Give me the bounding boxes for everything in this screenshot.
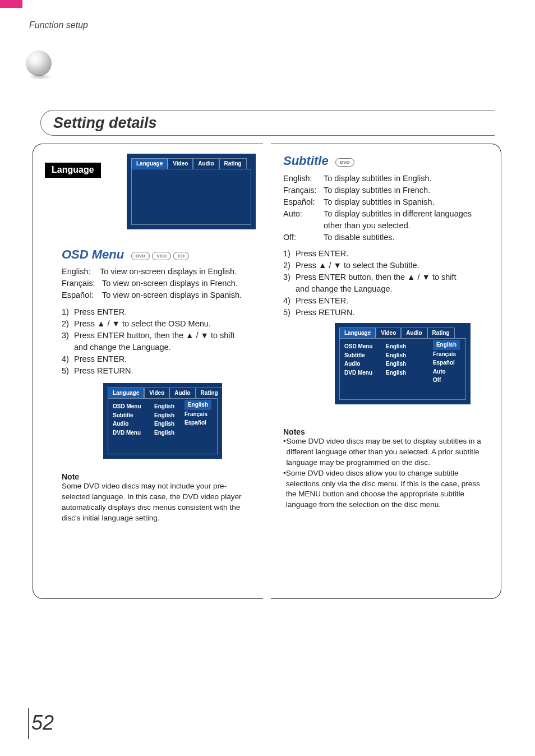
osd-row-label: Audio — [344, 359, 379, 368]
osd-tab: Rating — [427, 328, 455, 338]
osd-screenshot-left: Language Video Audio Rating OSD MenuEngl… — [103, 383, 222, 459]
right-column: Subtitle DVD English:To display subtitle… — [271, 144, 501, 599]
step-number: 3) — [62, 330, 74, 342]
desc-key: Español: — [62, 289, 102, 301]
desc-key: Français: — [62, 278, 102, 289]
desc-key: Français: — [283, 185, 324, 196]
osd-menu-heading: OSD Menu — [62, 247, 124, 262]
osd-row-value: English — [386, 368, 415, 377]
subtitle-heading: Subtitle — [283, 154, 329, 168]
desc-value: To display subtitles in French. — [324, 185, 430, 196]
desc-key — [283, 220, 324, 232]
step-number: 4) — [62, 353, 74, 365]
note-text: Some DVD video discs may be set to displ… — [286, 436, 492, 468]
desc-key: English: — [62, 266, 100, 278]
step-number: 5) — [283, 307, 296, 319]
osd-tab: Video — [376, 328, 401, 338]
desc-key: Off: — [283, 232, 324, 243]
subtitle-steps: 1)Press ENTER. 2)Press ▲ / ▼ to select t… — [283, 248, 485, 319]
note-heading: Notes — [283, 427, 492, 436]
osd-row-value: English — [154, 420, 183, 428]
step-text: Press ENTER. — [74, 306, 127, 318]
desc-value: To view on-screen displays in Spanish. — [102, 289, 242, 301]
osd-menu-steps: 1)Press ENTER. 2)Press ▲ / ▼ to select t… — [62, 306, 252, 377]
subtitle-heading-row: Subtitle DVD — [283, 154, 354, 168]
osd-option: Français — [433, 350, 460, 359]
notes-block-right: Notes •Some DVD video discs may be set t… — [283, 427, 492, 510]
osd-option: Español — [185, 418, 211, 427]
note-block-left: Note Some DVD video discs may not includ… — [62, 472, 252, 524]
osd-row-label: OSD Menu — [344, 342, 379, 351]
osd-menu-heading-row: OSD Menu DVD VCD CD — [62, 247, 189, 262]
step-number: 4) — [283, 295, 296, 307]
osd-menu-description: English:To view on-screen displays in En… — [62, 266, 252, 301]
disc-badge: CD — [173, 252, 189, 260]
osd-tab: Language — [108, 388, 144, 398]
step-text: Press RETURN. — [296, 307, 355, 319]
osd-option: Auto — [433, 367, 460, 376]
note-heading: Note — [62, 472, 252, 481]
page-number: 52 — [31, 711, 54, 735]
step-number: 1) — [283, 248, 296, 260]
step-text: Press ENTER button, then the ▲ / ▼ to sh… — [74, 330, 235, 342]
osd-row-value: English — [386, 342, 415, 351]
osd-tab: Audio — [169, 388, 195, 398]
osd-row-value: English — [154, 411, 183, 420]
step-number: 5) — [62, 365, 74, 377]
osd-option: English — [185, 400, 211, 410]
osd-screenshot-right: Language Video Audio Rating OSD MenuEngl… — [335, 323, 471, 404]
step-number: 1) — [62, 306, 74, 318]
section-title-band: Setting details — [40, 110, 495, 136]
section-title: Setting details — [53, 114, 157, 132]
step-number: 2) — [62, 318, 74, 330]
osd-tab: Audio — [193, 158, 219, 169]
step-text: Press ENTER. — [296, 248, 348, 260]
osd-row-value: English — [154, 428, 183, 437]
osd-row-value: English — [386, 359, 415, 368]
step-text: Press RETURN. — [74, 365, 133, 377]
osd-tab: Video — [168, 158, 193, 169]
step-number: 2) — [283, 260, 296, 271]
sphere-icon — [26, 50, 52, 76]
step-text: and change the Language. — [296, 283, 485, 295]
top-accent-bar — [0, 0, 22, 8]
osd-row-label: Subtitle — [344, 351, 379, 360]
osd-row-label: Subtitle — [113, 411, 147, 420]
osd-row-label: DVD Menu — [344, 368, 379, 377]
manual-page: Function setup Setting details Language … — [0, 0, 535, 756]
desc-value: To display subtitles in English. — [324, 173, 432, 185]
osd-tab: Rating — [219, 158, 247, 169]
desc-value: To display subtitles in different langua… — [324, 208, 472, 220]
osd-row-value: English — [386, 351, 415, 360]
step-text: Press ENTER button, then the ▲ / ▼ to sh… — [296, 271, 456, 283]
desc-value: other than you selected. — [324, 220, 411, 232]
desc-value: To disable subtitles. — [324, 232, 395, 243]
osd-row-label: Audio — [113, 420, 147, 428]
desc-key: Auto: — [283, 208, 324, 220]
disc-badge: VCD — [152, 252, 171, 260]
osd-option: English — [433, 340, 460, 350]
note-text: Some DVD video discs may not include you… — [62, 481, 252, 524]
desc-value: To display subtitles in Spanish. — [324, 196, 434, 208]
osd-option: Off — [433, 376, 460, 385]
osd-tab: Video — [144, 388, 169, 398]
breadcrumb: Function setup — [29, 20, 88, 30]
osd-tab: Audio — [401, 328, 427, 338]
osd-option: Español — [433, 358, 460, 367]
left-column: Language Language Video Audio Rating OSD… — [33, 144, 263, 599]
desc-value: To view on-screen displays in French. — [102, 278, 238, 289]
osd-row-label: OSD Menu — [113, 402, 147, 411]
osd-row-label: DVD Menu — [113, 428, 147, 437]
language-tag: Language — [45, 163, 101, 178]
osd-tab: Rating — [196, 388, 223, 398]
osd-option: Français — [185, 410, 211, 419]
step-text: Press ▲ / ▼ to select the Subtitle. — [296, 260, 419, 271]
step-text: Press ENTER. — [296, 295, 348, 307]
osd-tab: Language — [131, 158, 168, 169]
desc-key: English: — [283, 173, 324, 185]
osd-row-value: English — [154, 402, 183, 411]
osd-tab: Language — [339, 328, 376, 338]
subtitle-description: English:To display subtitles in English.… — [283, 173, 491, 243]
desc-value: To view on-screen displays in English. — [100, 266, 237, 278]
step-number: 3) — [283, 271, 296, 283]
